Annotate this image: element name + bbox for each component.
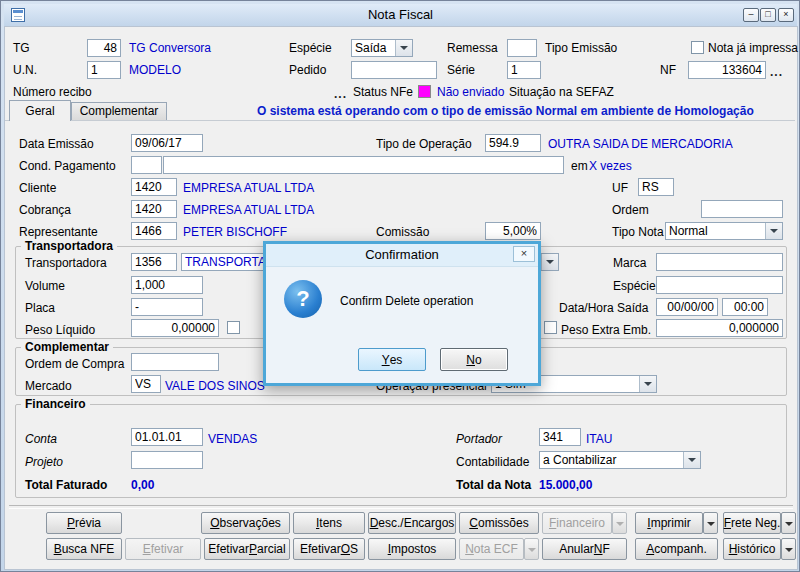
- financeiro-button[interactable]: Financeiro: [542, 512, 612, 534]
- data-saida-field[interactable]: [656, 298, 718, 316]
- tipo-operacao-field[interactable]: [485, 134, 541, 152]
- pedido-label: Pedido: [289, 63, 326, 77]
- financeiro-group-label: Financeiro: [21, 397, 90, 411]
- volume-field[interactable]: [131, 276, 203, 294]
- efetivar-button[interactable]: Efetivar: [125, 538, 201, 560]
- cobranca-code-field[interactable]: [131, 200, 177, 218]
- x-vezes-text: X vezes: [589, 159, 632, 173]
- comissao-label: Comissão: [376, 225, 429, 239]
- portador-label: Portador: [456, 432, 502, 446]
- situacao-sefaz-label: Situação na SEFAZ: [509, 85, 614, 99]
- tipo-nota-select[interactable]: Normal: [665, 222, 783, 240]
- remessa-field[interactable]: [507, 39, 537, 57]
- peso-extra-field[interactable]: [656, 319, 783, 337]
- close-button[interactable]: ×: [778, 8, 794, 22]
- tab-complementar[interactable]: Complementar: [71, 102, 167, 120]
- yes-button[interactable]: Yes: [358, 348, 426, 371]
- anular-nf-button[interactable]: Anular NF: [542, 538, 627, 560]
- uf-field[interactable]: [638, 178, 674, 196]
- peso-liquido-checkbox[interactable]: [227, 321, 240, 334]
- tab-panel-border: [5, 120, 795, 121]
- ordem-field[interactable]: [701, 200, 783, 218]
- conta-code-field[interactable]: [131, 428, 203, 446]
- imprimir-button[interactable]: Imprimir: [635, 512, 703, 534]
- busca-nfe-button[interactable]: Busca NFE: [46, 538, 122, 560]
- representante-code-field[interactable]: [131, 222, 177, 240]
- financeiro-arrow-button[interactable]: [612, 512, 627, 534]
- impostos-button[interactable]: Impostos: [368, 538, 456, 560]
- itens-button[interactable]: Itens: [293, 512, 365, 534]
- acompanh-button[interactable]: Acompanh.: [635, 538, 718, 560]
- projeto-label: Projeto: [25, 455, 63, 469]
- projeto-field[interactable]: [131, 451, 203, 469]
- numero-recibo-label: Número recibo: [13, 85, 92, 99]
- frete-neg-button[interactable]: Frete Neg.: [723, 512, 781, 534]
- imprimir-arrow-button[interactable]: [703, 512, 718, 534]
- tg-label: TG: [13, 41, 30, 55]
- serie-field[interactable]: [507, 61, 541, 79]
- maximize-button[interactable]: □: [760, 8, 776, 22]
- contabilidade-select[interactable]: a Contabilizar: [539, 451, 701, 469]
- pedido-field[interactable]: [351, 61, 437, 79]
- peso-extra-label: Peso Extra Emb.: [561, 323, 651, 337]
- nf-field[interactable]: [688, 61, 766, 79]
- nota-ja-impressa-checkbox[interactable]: [691, 41, 704, 54]
- tipo-nota-label: Tipo Nota: [612, 225, 664, 239]
- no-button[interactable]: No: [440, 348, 508, 371]
- cond-pagamento-code-field[interactable]: [131, 156, 162, 174]
- ordem-label: Ordem: [612, 203, 649, 217]
- mercado-desc: VALE DOS SINOS: [165, 379, 265, 393]
- representante-desc: PETER BISCHOFF: [183, 225, 287, 239]
- historico-button[interactable]: Histórico: [723, 538, 781, 560]
- comissao-field[interactable]: [485, 222, 541, 240]
- tab-geral[interactable]: Geral: [9, 100, 71, 121]
- mercado-code-field[interactable]: [131, 375, 161, 393]
- cliente-code-field[interactable]: [131, 178, 177, 196]
- especie-value: Saída: [355, 41, 386, 56]
- marca-field[interactable]: [656, 253, 783, 271]
- tg-code-field[interactable]: [87, 39, 121, 57]
- portador-desc: ITAU: [586, 432, 612, 446]
- historico-arrow-button[interactable]: [781, 538, 796, 560]
- previa-button[interactable]: Prévia: [46, 512, 122, 534]
- desc-encargos-button[interactable]: Desc./Encargos: [368, 512, 456, 534]
- nota-ecf-arrow-button[interactable]: [524, 538, 539, 560]
- efetivar-os-button[interactable]: Efetivar OS: [293, 538, 365, 560]
- especie-transp-field[interactable]: [656, 276, 783, 294]
- nota-ecf-button[interactable]: Nota ECF: [459, 538, 524, 560]
- em-label: em: [571, 159, 588, 173]
- especie-select[interactable]: Saída: [351, 39, 413, 57]
- cond-pagamento-desc-field[interactable]: [163, 156, 564, 174]
- ordem-compra-label: Ordem de Compra: [25, 357, 124, 371]
- dialog-message: Confirm Delete operation: [340, 294, 473, 308]
- representante-label: Representante: [19, 225, 98, 239]
- cobranca-label: Cobrança: [19, 203, 71, 217]
- minimize-button[interactable]: –: [743, 8, 759, 22]
- transportadora-code-field[interactable]: [131, 253, 177, 271]
- observacoes-button[interactable]: Observações: [201, 512, 290, 534]
- especie-transp-label: Espécie: [613, 279, 656, 293]
- serie-label: Série: [447, 63, 475, 77]
- hora-saida-field[interactable]: [722, 298, 768, 316]
- placa-field[interactable]: [131, 298, 203, 316]
- peso-extra-checkbox[interactable]: [544, 321, 557, 334]
- portador-code-field[interactable]: [539, 428, 581, 446]
- question-icon: ?: [284, 280, 322, 318]
- data-emissao-field[interactable]: [131, 134, 203, 152]
- nota-ja-impressa-label: Nota já impressa: [708, 41, 798, 55]
- recibo-browse-dots[interactable]: ...: [334, 89, 347, 99]
- efetivar-parcial-button[interactable]: Efetivar Parcial: [204, 538, 290, 560]
- window-title: Nota Fiscal: [4, 4, 797, 26]
- titlebar[interactable]: Nota Fiscal – □ ×: [4, 4, 797, 26]
- ordem-compra-field[interactable]: [131, 353, 219, 371]
- contabilidade-label: Contabilidade: [456, 455, 529, 469]
- transportadora-label: Transportadora: [25, 256, 107, 270]
- dialog-close-button[interactable]: ×: [513, 246, 535, 262]
- nf-browse-dots[interactable]: ...: [770, 67, 783, 77]
- comissoes-button[interactable]: Comissões: [459, 512, 539, 534]
- peso-liquido-field[interactable]: [131, 319, 219, 337]
- un-code-field[interactable]: [87, 61, 121, 79]
- frete-neg-arrow-button[interactable]: [781, 512, 796, 534]
- conta-label: Conta: [25, 432, 57, 446]
- nf-label: NF: [660, 63, 676, 77]
